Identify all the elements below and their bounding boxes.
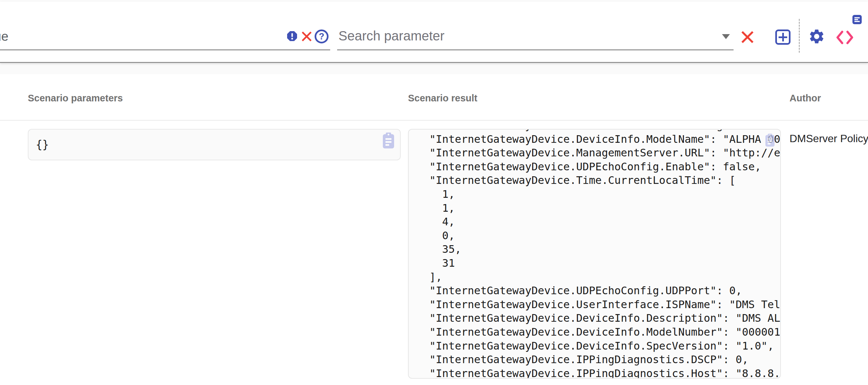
scenario-input-underline <box>0 49 330 50</box>
column-header-scenario-parameters: Scenario parameters <box>28 93 123 104</box>
scenario-result-code: "InternetGatewayDevice.DeviceInfo.Provis… <box>409 129 780 379</box>
copy-parameters-button[interactable] <box>381 132 396 150</box>
page: { "toolbar": { "scenario_field": { "valu… <box>0 0 868 385</box>
scenario-name-input[interactable] <box>0 28 279 46</box>
code-view-badge-icon <box>852 15 862 24</box>
search-input[interactable] <box>338 26 716 46</box>
search-input-underline <box>337 49 734 50</box>
column-header-scenario-result: Scenario result <box>408 93 477 104</box>
chevron-down-icon[interactable] <box>722 34 730 39</box>
report-icon <box>285 29 299 43</box>
settings-gear-button[interactable] <box>808 28 825 45</box>
results-table: Scenario parameters Scenario result Auth… <box>0 74 868 385</box>
clear-field-icon[interactable] <box>301 30 313 42</box>
add-button[interactable] <box>775 29 790 45</box>
column-header-author: Author <box>789 93 821 104</box>
help-icon[interactable]: ? <box>315 29 329 43</box>
scenario-result-cell: "InternetGatewayDevice.DeviceInfo.Provis… <box>408 129 781 379</box>
author-cell: DMServer Policy <box>789 132 868 145</box>
toolbar: ? <box>0 2 868 63</box>
scenario-parameters-cell: {} <box>28 129 401 160</box>
header-divider <box>0 120 868 121</box>
copy-result-button[interactable] <box>764 134 776 148</box>
scenario-parameters-value: {} <box>36 129 49 160</box>
code-view-button[interactable] <box>835 30 855 45</box>
toolbar-divider <box>799 19 800 53</box>
clear-search-button[interactable] <box>740 30 755 45</box>
